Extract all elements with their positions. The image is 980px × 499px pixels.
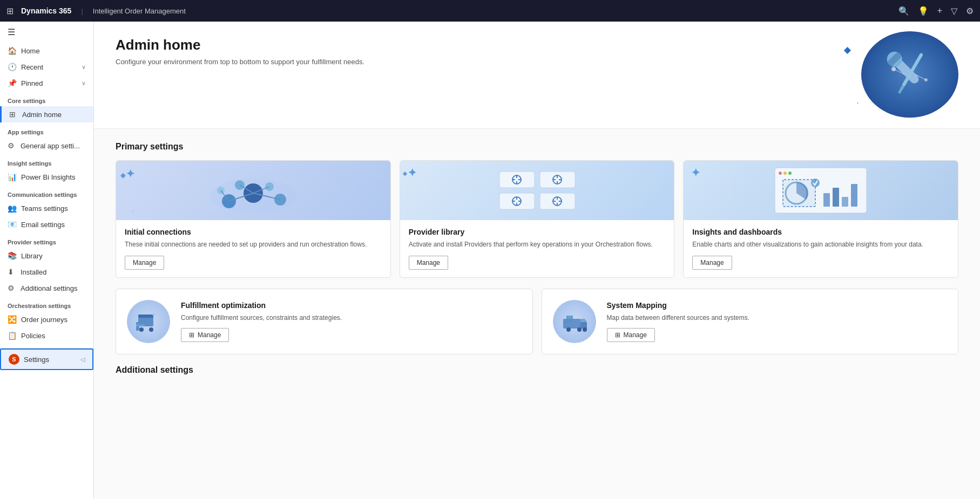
svg-point-68: [566, 327, 571, 332]
home-icon: 🏠: [8, 46, 17, 55]
svg-point-60: [139, 327, 144, 332]
sidebar-item-recent[interactable]: 🕐 Recent ∨: [0, 59, 93, 75]
sparkle-icon-3: ·: [857, 99, 859, 107]
truck-circle: ✦: [127, 300, 170, 343]
card-sparkle-1: ✦: [126, 167, 135, 180]
mapping-image: [553, 300, 596, 343]
svg-point-46: [779, 172, 782, 175]
sidebar-installed-label: Installed: [21, 268, 46, 276]
sparkle-icon-2: ◆: [844, 45, 850, 55]
app-launcher-icon[interactable]: ⊞: [6, 6, 13, 16]
download-icon: ⬇: [8, 268, 16, 276]
sidebar-item-home[interactable]: 🏠 Home: [0, 43, 93, 59]
sidebar-hamburger[interactable]: ☰: [0, 22, 93, 43]
communication-settings-label: Communication settings: [0, 185, 93, 200]
teams-icon: 👥: [8, 204, 17, 213]
manage-providers-button[interactable]: Manage: [409, 256, 448, 270]
card-sparkle-5: ◆: [403, 170, 407, 176]
svg-rect-52: [842, 197, 848, 207]
sidebar-recent-label: Recent: [21, 63, 43, 71]
svg-rect-51: [833, 188, 839, 207]
card-title-insights: Insights and dashboards: [692, 228, 949, 236]
sidebar-item-order-journeys[interactable]: 🔀 Order journeys: [0, 311, 93, 327]
svg-point-48: [788, 172, 792, 175]
card-system-mapping: System Mapping Map data between differen…: [542, 289, 959, 354]
card-image-insights: ✦: [684, 161, 958, 220]
sidebar-home-label: Home: [21, 47, 40, 55]
sidebar-settings-item[interactable]: S Settings ◁: [0, 348, 93, 370]
brand-name: Dynamics 365: [21, 6, 71, 15]
sidebar-item-additional[interactable]: ⚙ Additional settings: [0, 280, 93, 296]
sidebar-item-power-bi[interactable]: 📊 Power Bi Insights: [0, 169, 93, 185]
settings-icon[interactable]: ⚙: [966, 6, 974, 16]
pin-icon: 📌: [8, 79, 17, 87]
sidebar-journeys-label: Order journeys: [21, 316, 67, 324]
chevron-down-icon: ∨: [82, 64, 86, 71]
card-insights-dashboards: ✦: [683, 160, 958, 278]
sidebar-item-admin-home[interactable]: ⊞ Admin home: [0, 106, 93, 122]
sidebar-collapse-icon[interactable]: ◁: [80, 356, 85, 363]
card-body-insights: Insights and dashboards Enable charts an…: [684, 220, 958, 277]
user-avatar: S: [9, 354, 19, 365]
manage-connections-button[interactable]: Manage: [125, 256, 164, 270]
sidebar-pinned-label: Pinned: [21, 79, 43, 87]
svg-marker-4: [897, 85, 904, 94]
svg-rect-67: [567, 316, 572, 319]
sidebar-powerbi-label: Power Bi Insights: [21, 173, 75, 181]
fulfillment-title: Fulfillment optimization: [181, 301, 522, 310]
help-icon[interactable]: 💡: [918, 6, 929, 16]
sidebar-item-pinned[interactable]: 📌 Pinned ∨: [0, 75, 93, 91]
hero-text: Admin home Configure your environment fr…: [116, 37, 364, 66]
manage-insights-button[interactable]: Manage: [692, 256, 732, 270]
dashboard-svg: [761, 163, 880, 217]
sidebar-item-general-app[interactable]: ⚙ General app setti...: [0, 138, 93, 154]
mapping-title: System Mapping: [607, 301, 948, 310]
card-desc-connections: These initial connections are needed to …: [125, 240, 382, 249]
svg-point-47: [783, 172, 787, 175]
sidebar-item-teams[interactable]: 👥 Teams settings: [0, 200, 93, 216]
sidebar: ☰ 🏠 Home 🕐 Recent ∨ 📌 Pinned ∨ Core sett…: [0, 22, 94, 499]
card-desc-insights: Enable charts and other visualizations t…: [692, 240, 949, 249]
gear-icon: ⚙: [8, 141, 16, 150]
sidebar-bottom: S Settings ◁: [0, 348, 93, 370]
svg-rect-24: [540, 193, 575, 209]
svg-point-69: [577, 327, 582, 332]
card-image-providers: ✦ ◆: [400, 161, 674, 220]
svg-rect-64: [580, 322, 587, 329]
card-body-connections: Initial connections These initial connec…: [116, 220, 390, 277]
sidebar-item-installed[interactable]: ⬇ Installed: [0, 264, 93, 280]
sidebar-library-label: Library: [21, 252, 43, 260]
chart-icon: 📊: [8, 173, 17, 181]
svg-rect-23: [499, 193, 535, 209]
search-icon[interactable]: 🔍: [898, 6, 909, 16]
sidebar-item-email[interactable]: 📧 Email settings: [0, 216, 93, 233]
top-navigation: ⊞ Dynamics 365 | Intelligent Order Manag…: [0, 0, 980, 22]
filter-icon[interactable]: ▽: [951, 6, 957, 16]
page-subtitle: Configure your environment from top to b…: [116, 58, 364, 66]
svg-point-70: [583, 327, 587, 332]
mapping-content: System Mapping Map data between differen…: [607, 301, 948, 342]
card-sparkle-2: ◆: [120, 172, 125, 179]
sidebar-item-policies[interactable]: 📋 Policies: [0, 327, 93, 344]
new-icon[interactable]: +: [937, 6, 942, 16]
card-provider-library: ✦ ◆: [400, 160, 675, 278]
top-nav-actions: 🔍 💡 + ▽ ⚙: [898, 6, 974, 16]
sidebar-item-library[interactable]: 📚 Library: [0, 248, 93, 264]
svg-rect-50: [823, 193, 830, 207]
card-sparkle-3: ·: [132, 209, 133, 214]
additional-icon: ⚙: [8, 284, 16, 292]
mapping-svg: [560, 307, 589, 336]
card-sparkle-6: ✦: [691, 166, 700, 179]
card-sparkle-4: ✦: [408, 166, 417, 179]
hero-section: Admin home Configure your environment fr…: [94, 22, 980, 129]
provider-settings-label: Provider settings: [0, 233, 93, 248]
primary-settings-title: Primary settings: [116, 142, 958, 152]
card-title-providers: Provider library: [409, 228, 666, 236]
chevron-down-icon-2: ∨: [82, 80, 86, 87]
manage-mapping-button[interactable]: ⊞ Manage: [607, 328, 655, 342]
app-settings-label: App settings: [0, 122, 93, 138]
mapping-circle: [553, 300, 596, 343]
manage-fulfillment-button[interactable]: ⊞ Manage: [181, 328, 229, 342]
manage-mapping-icon: ⊞: [615, 331, 620, 339]
additional-settings-title: Additional settings: [116, 365, 958, 375]
